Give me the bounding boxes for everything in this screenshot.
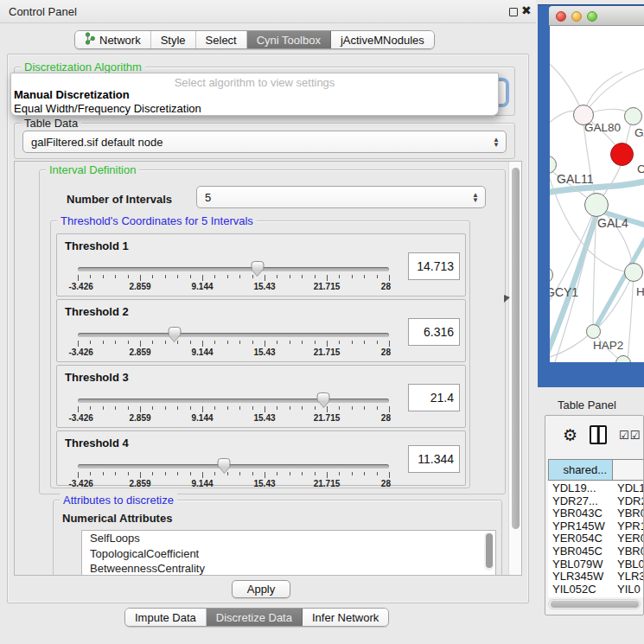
gear-icon[interactable]: ⚙ bbox=[563, 427, 577, 443]
threshold-4-value-field[interactable]: 11.344 bbox=[408, 445, 460, 473]
network-node[interactable] bbox=[624, 263, 643, 282]
node-label: GAL80 bbox=[584, 121, 621, 134]
zoom-traffic-light-icon[interactable] bbox=[587, 11, 597, 22]
threshold-3-label: Threshold 3 bbox=[65, 371, 129, 384]
slider-tick-labels: -3.4262.8599.14415.4321.71528 bbox=[78, 282, 389, 292]
apply-button[interactable]: Apply bbox=[232, 580, 290, 598]
tab-network[interactable]: Network bbox=[75, 31, 151, 48]
slider-thumb[interactable] bbox=[168, 327, 181, 336]
slider-thumb[interactable] bbox=[317, 392, 330, 402]
numerical-attributes-list[interactable]: SelfLoops TopologicalCoefficient Between… bbox=[81, 530, 496, 576]
table-row[interactable]: YIL052CYIL0 bbox=[548, 583, 643, 596]
list-item[interactable]: TopologicalCoefficient bbox=[82, 546, 495, 562]
network-view-canvas[interactable]: GAL80 GA C GAL11 GAL4 GCY1 H HAP2 bbox=[550, 26, 644, 362]
attributes-group-title: Attributes to discretize bbox=[60, 494, 177, 507]
threshold-1-label: Threshold 1 bbox=[65, 239, 129, 252]
dropdown-prompt: Select algorithm to view settings bbox=[11, 76, 498, 89]
slider-ruler bbox=[78, 275, 389, 282]
network-node[interactable] bbox=[584, 193, 609, 217]
horizontal-scrollbar[interactable] bbox=[548, 599, 641, 609]
network-node[interactable] bbox=[586, 324, 601, 339]
table-row[interactable]: YLR345WYLR3 bbox=[548, 570, 643, 583]
tab-impute-data[interactable]: Impute Data bbox=[125, 609, 207, 626]
network-node[interactable] bbox=[624, 107, 642, 125]
minimize-traffic-light-icon[interactable] bbox=[571, 11, 582, 22]
tab-network-label: Network bbox=[99, 34, 141, 47]
table-row[interactable]: YBL079WYBL0 bbox=[548, 558, 643, 571]
list-item[interactable]: SelfLoops bbox=[82, 531, 495, 546]
table-data-group-title: Table Data bbox=[21, 117, 81, 130]
table-row[interactable]: YDR27...YDR2 bbox=[548, 494, 643, 507]
table-rows: YDL19...YDL1 YDR27...YDR2 YBR043CYBR0 YP… bbox=[548, 481, 643, 597]
table-header-row: shared... na bbox=[548, 459, 644, 481]
vertical-scrollbar[interactable] bbox=[508, 162, 521, 575]
tab-cyni-toolbox[interactable]: Cyni Toolbox bbox=[247, 31, 331, 48]
threshold-1-panel: Threshold 1 -3.4262.8599.14415.4321.7152… bbox=[56, 233, 466, 296]
threshold-2-slider[interactable] bbox=[78, 333, 389, 337]
slider-thumb[interactable] bbox=[218, 458, 231, 468]
dropdown-item-equal-width-frequency[interactable]: Equal Width/Frequency Discretization bbox=[14, 102, 201, 115]
table-row[interactable]: YDL19...YDL1 bbox=[548, 481, 643, 494]
mouse-cursor bbox=[504, 295, 510, 303]
table-row[interactable]: YBR043CYBR0 bbox=[548, 507, 643, 520]
table-data-combobox[interactable]: galFiltered.sif default node ▲▼ bbox=[22, 131, 507, 153]
combo-arrows-icon: ▲▼ bbox=[493, 137, 500, 147]
list-scrollbar[interactable] bbox=[484, 532, 494, 571]
numerical-attributes-heading: Numerical Attributes bbox=[62, 512, 172, 525]
threshold-4-panel: Threshold 4 -3.4262.8599.14415.4321.7152… bbox=[56, 430, 466, 486]
threshold-4-slider[interactable] bbox=[78, 464, 389, 469]
interval-definition-group: Interval Definition Number of Intervals … bbox=[39, 169, 506, 494]
threshold-1-value-field[interactable]: 14.713 bbox=[408, 252, 460, 280]
tab-jactivemnodules[interactable]: jActiveMNodules bbox=[331, 31, 434, 48]
network-window-titlebar[interactable] bbox=[549, 6, 644, 26]
thresholds-group-title: Threshold's Coordinates for 5 Intervals bbox=[57, 214, 257, 227]
table-row[interactable]: YER054CYER0 bbox=[548, 532, 643, 545]
tab-style[interactable]: Style bbox=[151, 31, 196, 48]
node-label: GAL4 bbox=[597, 216, 628, 230]
tab-infer-network[interactable]: Infer Network bbox=[303, 609, 388, 626]
node-label: HAP2 bbox=[593, 339, 623, 352]
interval-definition-title: Interval Definition bbox=[46, 163, 139, 176]
scrollbar-thumb[interactable] bbox=[512, 168, 520, 529]
algorithm-dropdown-popup: Select algorithm to view settings Manual… bbox=[10, 73, 499, 116]
table-panel-title: Table Panel bbox=[558, 399, 616, 411]
float-window-icon[interactable] bbox=[509, 8, 518, 16]
node-label: C bbox=[637, 163, 644, 175]
discretization-algorithm-group-title: Discretization Algorithm bbox=[21, 61, 145, 73]
column-header-name[interactable]: na bbox=[613, 459, 644, 481]
columns-icon[interactable] bbox=[590, 425, 607, 444]
slider-ruler bbox=[78, 341, 389, 348]
node-label: GCY1 bbox=[550, 285, 578, 299]
table-row[interactable]: YPR145WYPR1 bbox=[548, 520, 643, 532]
threshold-2-value-field[interactable]: 6.316 bbox=[408, 318, 460, 346]
table-row[interactable]: YBR045CYBR0 bbox=[548, 545, 643, 558]
threshold-3-slider[interactable] bbox=[78, 399, 389, 403]
dropdown-item-manual-discretization[interactable]: Manual Discretization bbox=[14, 88, 130, 101]
tab-select[interactable]: Select bbox=[196, 31, 247, 48]
close-traffic-light-icon[interactable] bbox=[556, 11, 566, 22]
threshold-1-slider[interactable] bbox=[78, 267, 389, 271]
close-icon[interactable]: ✖ bbox=[521, 3, 532, 17]
node-label: GA bbox=[634, 126, 644, 139]
settings-scrollpane: Interval Definition Number of Intervals … bbox=[14, 161, 522, 576]
checkbox-icons[interactable]: ☑☑ bbox=[619, 429, 641, 442]
tab-discretize-data[interactable]: Discretize Data bbox=[207, 609, 303, 626]
threshold-3-value-field[interactable]: 21.4 bbox=[408, 384, 460, 411]
slider-thumb[interactable] bbox=[251, 261, 264, 271]
node-label: GAL11 bbox=[557, 172, 594, 186]
scrollbar-thumb[interactable] bbox=[551, 601, 639, 608]
top-tab-bar: Network Style Select Cyni Toolbox jActiv… bbox=[74, 30, 435, 49]
threshold-4-label: Threshold 4 bbox=[65, 437, 129, 450]
number-of-intervals-value: 5 bbox=[205, 191, 211, 204]
table-panel: ⚙ ☑☑ shared... na YDL19...YDL1 YDR27...Y… bbox=[545, 415, 644, 615]
threshold-2-label: Threshold 2 bbox=[65, 305, 129, 318]
network-icon bbox=[85, 32, 95, 48]
list-item[interactable]: BetweennessCentrality bbox=[82, 561, 495, 576]
threshold-3-panel: Threshold 3 -3.4262.8599.14415.4321.7152… bbox=[56, 365, 466, 428]
threshold-2-panel: Threshold 2 -3.4262.8599.14415.4321.7152… bbox=[56, 299, 466, 362]
slider-ruler bbox=[78, 406, 389, 413]
column-header-shared[interactable]: shared... bbox=[548, 459, 613, 481]
number-of-intervals-combobox[interactable]: 5 ▲▼ bbox=[196, 186, 486, 208]
thresholds-group: Threshold's Coordinates for 5 Intervals … bbox=[50, 220, 470, 488]
network-node-selected[interactable] bbox=[610, 143, 634, 166]
